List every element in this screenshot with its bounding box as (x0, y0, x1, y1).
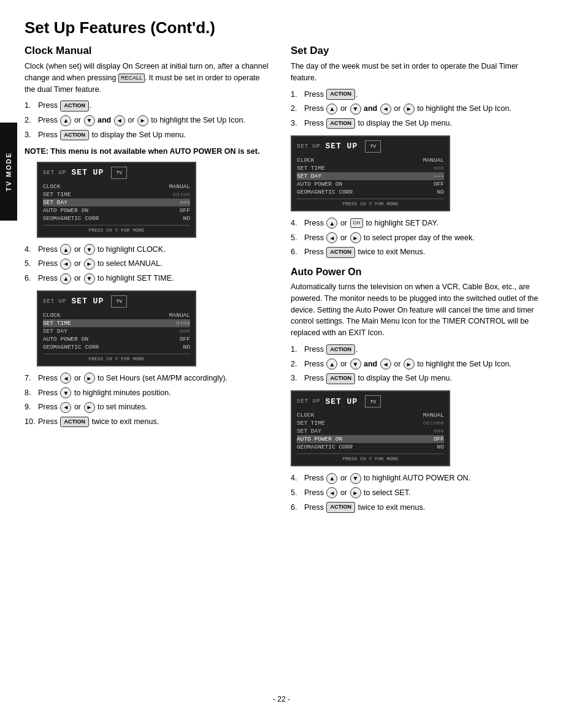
tv-mode-sidebar: TV MODE (0, 123, 17, 221)
action-btn-ap1: ACTION (326, 344, 355, 355)
right-column: Set Day The day of the week must be set … (291, 42, 538, 683)
menu-box-2: SET UP SET UP TV CLOCKMANUAL SET TIME○:○… (37, 290, 196, 366)
left-column: Clock Manual Clock (when set) will displ… (25, 42, 272, 683)
menu1-tv-box: TV (111, 167, 127, 179)
right-arrow-5: ► (84, 259, 95, 270)
action-btn-10: ACTION (60, 417, 89, 428)
menuap-row-autopow: AUTO POWER ONOFF (297, 435, 444, 443)
auto-power-steps-cont: 4. Press ▲ or ▼ to highlight AUTO POWER … (291, 472, 538, 513)
menusd-tv-box: TV (365, 140, 381, 153)
step-1: 1. Press ACTION. (25, 100, 272, 112)
action-btn-3: ACTION (60, 130, 89, 141)
menu2-tv-box: TV (111, 295, 127, 308)
down-ap2: ▼ (350, 358, 361, 370)
auto-power-on-title: Auto Power On (291, 267, 538, 278)
tv-mode-label: TV MODE (5, 152, 12, 191)
menusd-row-setday: SET DAY--- (297, 172, 444, 180)
sd-step-1: 1. Press ACTION. (291, 89, 538, 100)
action-btn-ap3: ACTION (326, 373, 355, 384)
menusd-row-geo: GEOMAGNETIC CORRNO (297, 188, 444, 196)
down-arrow-4: ▼ (84, 244, 95, 255)
ap-step-4: 4. Press ▲ or ▼ to highlight AUTO POWER … (291, 472, 538, 484)
step-3: 3. Press ACTION to display the Set Up me… (25, 129, 272, 141)
step-2: 2. Press ▲ or ▼ and ◄ or ► to highlight … (25, 115, 272, 126)
ap-step-3: 3. Press ACTION to display the Set Up me… (291, 373, 538, 384)
left-sd2: ◄ (380, 104, 391, 115)
menuap-row-clock: CLOCKMANUAL (297, 411, 444, 419)
action-btn-sd6: ACTION (326, 247, 355, 258)
page-number: - 22 - (25, 695, 538, 703)
menuap-setup-label: SET UP (297, 398, 320, 404)
left-ap2: ◄ (380, 358, 391, 370)
action-btn-ap6: ACTION (326, 502, 355, 513)
menu2-row-setday: SET DAY○○○ (43, 327, 190, 335)
ap-step-2: 2. Press ▲ or ▼ and ◄ or ► to highlight … (291, 358, 538, 370)
step-4: 4. Press ▲ or ▼ to highlight CLOCK. (25, 244, 272, 256)
menu2-setup-label: SET UP (43, 298, 66, 305)
sd-step-6: 6. Press ACTION twice to exit Menus. (291, 246, 538, 258)
menu1-row-settime: SET TIME○○:○○ (43, 191, 190, 199)
sd-step-2: 2. Press ▲ or ▼ and ◄ or ► to highlight … (291, 103, 538, 115)
sd-step-5: 5. Press ◄ or ► to select proper day of … (291, 232, 538, 244)
action-btn-1: ACTION (60, 100, 89, 112)
action-btn-sd3: ACTION (326, 118, 355, 129)
down-arrow-2: ▼ (84, 115, 95, 126)
left-arrow-7: ◄ (60, 373, 71, 384)
set-day-body: The day of the week must be set in order… (291, 61, 538, 84)
up-ap2: ▲ (326, 358, 337, 370)
ap-step-5: 5. Press ◄ or ► to select SET. (291, 487, 538, 499)
menu1-footer: PRESS CH ▽ FOR MORE (43, 225, 190, 233)
ap-step-1: 1. Press ACTION. (291, 344, 538, 355)
clock-manual-steps-cont2: 7. Press ◄ or ► to Set Hours (set AM/PM … (25, 373, 272, 428)
left-arrow-5: ◄ (60, 259, 71, 270)
menu-box-setday: SET UP SET UP TV CLOCKMANUAL SET TIME○○○… (291, 135, 450, 211)
right-arrow-2: ► (137, 115, 148, 126)
clock-manual-steps: 1. Press ACTION. 2. Press ▲ or ▼ and ◄ o… (25, 100, 272, 140)
step-8: 8. Press ▼ to highlight minutes position… (25, 387, 272, 399)
clock-manual-title: Clock Manual (25, 45, 272, 57)
step-7: 7. Press ◄ or ► to Set Hours (set AM/PM … (25, 373, 272, 384)
menusd-setup-title: SET UP (325, 142, 358, 151)
up-arrow-4: ▲ (60, 244, 71, 255)
menuap-footer: PRESS CH ▽ FOR MORE (297, 453, 444, 461)
left-arrow-9: ◄ (60, 402, 71, 413)
down-arrow-8: ▼ (60, 387, 71, 398)
right-arrow-9: ► (84, 402, 95, 413)
menu2-setup-title: SET UP (71, 297, 104, 306)
sd-step-3: 3. Press ACTION to display the Set Up me… (291, 118, 538, 129)
right-sd2: ► (404, 104, 415, 115)
recall-button-inline: RECALL (118, 74, 145, 83)
step-10: 10. Press ACTION twice to exit menus. (25, 416, 272, 428)
auto-power-on-body: Automatically turns the television on wh… (291, 281, 538, 339)
menu1-row-setday: SET DAY○○○ (43, 199, 190, 207)
set-day-steps-cont: 4. Press ▲ or CH to highlight SET DAY. 5… (291, 218, 538, 258)
ch-sd4: CH (350, 218, 364, 228)
action-btn-sd1: ACTION (326, 89, 355, 100)
menusd-footer: PRESS CH ▽ FOR MORE (297, 199, 444, 207)
menu2-footer: PRESS CH ▽ FOR MORE (43, 354, 190, 362)
step-6: 6. Press ▲ or ▼ to highlight SET TIME. (25, 273, 272, 284)
menu1-row-autopow: AUTO POWER ONOFF (43, 207, 190, 214)
clock-manual-body: Clock (when set) will display On Screen … (25, 61, 272, 95)
clock-manual-steps-cont: 4. Press ▲ or ▼ to highlight CLOCK. 5. P… (25, 244, 272, 284)
page: TV MODE Set Up Features (Cont'd.) Clock … (0, 0, 563, 728)
menu1-row-clock: CLOCKMANUAL (43, 183, 190, 191)
menu-box-1: SET UP SET UP TV CLOCKMANUAL SET TIME○○:… (37, 162, 196, 238)
up-arrow-2: ▲ (60, 115, 71, 126)
up-ap4: ▲ (326, 473, 337, 484)
menu1-setup-label: SET UP (43, 170, 66, 176)
page-title: Set Up Features (Cont'd.) (25, 18, 538, 37)
menuap-tv-box: TV (365, 395, 381, 408)
menu2-row-autopow: AUTO POWER ONOFF (43, 335, 190, 343)
menu-box-autopower: SET UP SET UP TV CLOCKMANUAL SET TIME○○:… (291, 390, 450, 466)
up-sd2: ▲ (326, 104, 337, 115)
down-arrow-6: ▼ (84, 273, 95, 284)
menu2-row-clock: CLOCKMANUAL (43, 311, 190, 319)
left-ap5: ◄ (326, 487, 337, 498)
right-arrow-7: ► (84, 373, 95, 384)
menusd-row-autopow: AUTO POWER ONOFF (297, 180, 444, 188)
step-9: 9. Press ◄ or ► to set minutes. (25, 401, 272, 413)
auto-power-steps: 1. Press ACTION. 2. Press ▲ or ▼ and ◄ o… (291, 344, 538, 384)
up-arrow-6: ▲ (60, 273, 71, 284)
up-sd4: ▲ (326, 218, 337, 229)
